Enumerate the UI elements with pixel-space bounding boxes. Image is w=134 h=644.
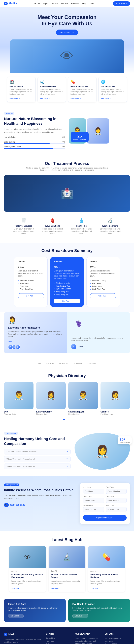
footer-brand-name: Medilx [8, 633, 17, 636]
card-link-2[interactable]: Read More → [71, 98, 81, 100]
step-arrow-1: ▼ [66, 458, 68, 460]
step-input-0[interactable]: Find Your Path To Ultimate Wellness? ▼ [4, 449, 71, 454]
pricing-label-2: Private [90, 260, 117, 263]
pricing-btn-1[interactable]: Get Plan → [54, 299, 80, 303]
blog-post-text-1: Lorem ipsum dolor sit amet consectetur a… [51, 580, 83, 585]
step-input-1[interactable]: Where Your Health Finds A Home? ▼ [4, 456, 71, 462]
testimonial-right-icon: ⚕️ [71, 316, 126, 335]
about-left: About Us Nurture Nature Blossoming in He… [4, 112, 65, 150]
form-input-date[interactable] [106, 507, 127, 512]
pricing-btn-0[interactable]: Get Plan → [17, 293, 44, 298]
play-button[interactable] [63, 190, 71, 197]
hero-title: Meet Your Compassion In Eye Care With Us [4, 14, 130, 27]
blog-content-1: June 04 Embark on Health Wellness Begins… [49, 568, 85, 592]
card-link-3[interactable]: Read More → [101, 98, 111, 100]
pagination-inactive-1[interactable] [69, 419, 71, 420]
treatment-title: Our Treatment Process [4, 161, 130, 166]
form-input-doctor[interactable] [83, 507, 104, 512]
pricing-text-2: Lorem ipsum dolor sit amet consectetur a… [90, 270, 117, 277]
form-field-email: Your Email [106, 496, 127, 503]
treatment-section: Our Treatment Process Medilx is about th… [0, 156, 134, 243]
nav-contact[interactable]: Contact [89, 2, 96, 5]
pricing-feature-2-0: Medicare 1x study [90, 279, 117, 282]
partner-4: ✓Tasker [87, 362, 96, 365]
appointment-form: Your Name Your Phone Health Type Your Em… [80, 483, 130, 524]
progress-label-2: Inventory Management [4, 146, 21, 148]
appointment-title: Infinite Wellness Where Possibilities Un… [4, 488, 76, 492]
form-input-health[interactable] [83, 498, 104, 503]
testimonial-left: 👩‍⚕️ Leverage Agile Framework frameworks… [4, 312, 67, 354]
appointment-section: Take Appointment Infinite Wellness Where… [0, 476, 134, 531]
appt-badge: Take Appointment [4, 484, 19, 486]
stat-text: Years of Excellence [73, 138, 86, 140]
cta-btn-1[interactable]: Get Started → [72, 614, 88, 618]
pricing-btn-2[interactable]: Get Plan → [90, 293, 117, 298]
step-doctor-image: 👩‍⚕️ 25+ Expert Doctors [75, 433, 130, 470]
footer-service-0[interactable]: Consult Eye [46, 637, 71, 639]
footer-newsletter-text: Subscribe to our newsletter to receive t… [75, 637, 101, 644]
testimonial-author: Pena [8, 341, 12, 343]
about-section: About Us Nurture Nature Blossoming in He… [0, 106, 134, 156]
form-label-health: Health Type [83, 496, 104, 497]
avatar-2: C [15, 345, 20, 349]
form-row-2: Select Doctor Select Date [83, 504, 127, 512]
doctor-name-2: Savanah Nguyen [68, 411, 98, 413]
cta-btn-0[interactable]: Get Started → [8, 614, 24, 618]
footer-services: Services Consult Eye Healthcare Optometr… [46, 633, 71, 644]
pricing-feature-2-1: Eye Catalog [90, 282, 117, 285]
blog-image-2: 💊 [88, 546, 125, 568]
pricing-feature-1-4: Study Study Plan [54, 293, 80, 296]
pricing-feature-0-2: Delay Hours [17, 285, 44, 288]
about-image-2: 👩‍⚕️ [87, 118, 109, 144]
progress-0: Last Mile Delivery 65% [4, 136, 65, 139]
form-input-email[interactable] [106, 498, 127, 503]
blog-content-2: June 04 Flourishing Healthier Revive Rad… [88, 568, 125, 592]
stat-number: 25 [73, 134, 86, 138]
form-submit-button[interactable]: Appointment Now → [83, 515, 127, 520]
progress-value-0: 65% [62, 136, 65, 138]
service-title-0: Catalyst Services [12, 225, 35, 227]
card-link-1[interactable]: Read More → [40, 98, 50, 100]
pricing-title: Cost Breakdown Summary [4, 248, 130, 253]
blog-link-1[interactable]: View More [51, 588, 59, 589]
pagination-inactive-0[interactable] [66, 419, 68, 420]
nav-pages[interactable]: Pages [43, 2, 48, 5]
step-input-2[interactable]: Where Your Health Finds A Home? ▼ [4, 464, 71, 469]
blog-date-0: June 04 [11, 570, 44, 572]
brand-name: Medilx [9, 2, 17, 5]
doctor-photo-0: 👨‍⚕️ [4, 382, 33, 409]
appointment-text: Leverage agile frameworks for providing … [4, 494, 76, 500]
footer-service-1[interactable]: Healthcare [46, 640, 71, 642]
service-text-3: Lorem ipsum dolor sit amet consectetur a… [99, 228, 122, 235]
pricing-feature-1-2: Eye Safety Glasses [54, 288, 80, 290]
nav-portfolio[interactable]: Portfolio [71, 2, 79, 5]
blog-post-title-1: Embark on Health Wellness Begins [51, 573, 83, 579]
hero-cta-button[interactable]: Get Started → [56, 30, 78, 36]
blog-link-0[interactable]: View More [11, 588, 19, 589]
nav-cta-button[interactable]: Book Now → [113, 1, 130, 6]
nav-blog[interactable]: Blog [82, 2, 86, 5]
appointment-left: Take Appointment Infinite Wellness Where… [4, 483, 76, 507]
blog-link-2[interactable]: View More [90, 588, 98, 589]
step-arrow-0: ▼ [66, 450, 68, 452]
progress-value-1: 75% [62, 141, 65, 143]
form-input-name[interactable] [83, 489, 104, 494]
appt-phone-number: (685) 800-8125 [10, 504, 25, 506]
progress-label-1: Order Building [4, 141, 15, 143]
pricing-price-0: $19/mo [17, 264, 44, 269]
pricing-price-1: $40/mo [54, 264, 80, 269]
nav-doctors[interactable]: Doctors [61, 2, 68, 5]
card-link-0[interactable]: Read More → [9, 98, 20, 100]
nav-home[interactable]: Home [34, 2, 40, 5]
pagination-active[interactable] [63, 419, 65, 420]
doctors-row: 👨‍⚕️ Evry Physician doctor 👩‍⚕️ Kathryn … [4, 382, 130, 415]
blog-date-2: June 04 [90, 570, 123, 572]
doctor-card-2: 👨‍⚕️ Savanah Nguyen Physician doctor [68, 382, 98, 415]
brand-logo[interactable]: Medilx [4, 2, 17, 5]
nav-service[interactable]: Service [52, 2, 58, 5]
footer-service-2[interactable]: Optometry [46, 643, 71, 644]
form-input-phone[interactable] [106, 489, 127, 494]
stat-box: 25 Years of Excellence [71, 132, 89, 142]
blog-image-1: 🔬 [49, 546, 85, 568]
form-label-email: Your Email [106, 496, 127, 497]
